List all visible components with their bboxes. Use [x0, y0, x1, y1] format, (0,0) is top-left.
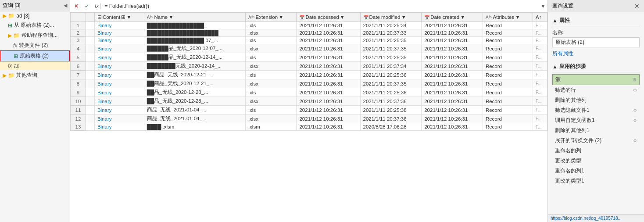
row-content: Binary	[94, 97, 144, 106]
col-date-modified[interactable]: 📅 Date modified ▼	[360, 13, 422, 22]
triangle-icon: ▲	[552, 18, 558, 24]
formula-dropdown[interactable]: ▼	[540, 3, 546, 9]
row-extension: .xlsx	[245, 29, 297, 37]
table-icon: ⊞	[14, 53, 18, 59]
gear-icon[interactable]: ⚙	[633, 108, 637, 113]
table-row: 11 Binary 商品_无线_2021-01-04_... .xls 2021…	[71, 106, 547, 115]
row-attributes: Record	[483, 88, 533, 97]
step-item[interactable]: 更改的类型1	[552, 176, 640, 186]
step-item[interactable]: 筛选隐藏文件1 ⚙	[552, 105, 640, 115]
row-extra: F...	[533, 62, 547, 71]
row-date-created: 2021/1/12 10:26:31	[422, 106, 483, 115]
col-date-created[interactable]: 📅 Date created ▼	[422, 13, 483, 22]
step-item[interactable]: 展开的"转换文件 (2)" ⚙	[552, 136, 640, 146]
row-icon	[86, 88, 94, 97]
row-number: 2	[71, 29, 86, 37]
row-date-modified: 2021/1/11 20:37:36	[360, 97, 422, 106]
row-date-modified: 2021/1/11 20:25:35	[360, 53, 422, 62]
name-value[interactable]: 原始表格 (2)	[552, 37, 640, 47]
properties-header: ▲ 属性	[552, 15, 640, 26]
col-extension[interactable]: Aᴮᶜ Extension ▼	[245, 13, 297, 22]
right-panel-title: 查询设置	[552, 2, 573, 10]
tree-item-ad[interactable]: fx ad	[0, 61, 70, 70]
row-date-created: 2021/1/12 10:26:31	[422, 44, 483, 53]
step-item[interactable]: 源 ⚙	[552, 74, 640, 85]
tree-label: 转换文件 (2)	[19, 42, 48, 49]
gear-icon[interactable]: ⚙	[633, 77, 637, 82]
row-date-modified: 2020/8/28 17:06:28	[360, 123, 422, 131]
row-extra: F...	[533, 123, 547, 131]
tree-item-other[interactable]: ▶ 📁 其他查询	[0, 70, 70, 80]
col-more[interactable]: A↑	[533, 13, 547, 22]
row-date-created: 2021/1/12 10:26:31	[422, 71, 483, 79]
formula-input[interactable]	[104, 3, 539, 9]
row-content: Binary	[94, 79, 144, 88]
row-date-modified: 2021/1/11 20:25:36	[360, 88, 422, 97]
row-name: ██商品_无线_2020-12-21_...	[144, 71, 245, 79]
all-properties-link[interactable]: 所有属性	[552, 49, 640, 58]
gear-icon[interactable]: ⚙	[633, 138, 637, 143]
tree-item-ad3[interactable]: ▶ 📁 ad [3]	[0, 11, 70, 20]
step-item[interactable]: 重命名的列1	[552, 166, 640, 176]
step-label: 删除的其他列1	[555, 127, 590, 134]
tree-item-helper[interactable]: ▶ 📁 帮助程序查询...	[0, 30, 70, 40]
row-extension: .xls	[245, 53, 297, 62]
step-item[interactable]: 重命名的列	[552, 146, 640, 156]
row-extra: F...	[533, 115, 547, 123]
tree-label: 从 原始表格 (2)...	[14, 21, 54, 29]
query-panel: 查询 [3] ◀ ▶ 📁 ad [3] ⊞ 从 原始表格 (2)... ▶ 📁 …	[0, 0, 70, 222]
triangle-icon2: ▲	[552, 64, 558, 70]
row-extension: .xlsx	[245, 44, 297, 53]
table-row: 10 Binary ██品_无线_2020-12-28_... .xlsx 20…	[71, 97, 547, 106]
row-extra: F...	[533, 44, 547, 53]
row-attributes: Record	[483, 29, 533, 37]
col-name[interactable]: Aᴮᶜ Name ▼	[144, 13, 245, 22]
properties-section: ▲ 属性 名称 原始表格 (2) 所有属性	[548, 12, 644, 61]
row-extension: .xls	[245, 88, 297, 97]
table-row: 5 Binary ██████品_无线_2020-12-14_... .xls …	[71, 53, 547, 62]
row-attributes: Record	[483, 37, 533, 44]
step-item[interactable]: 删除的其他列1	[552, 125, 640, 136]
row-name: 商品_无线_2021-01-04_...	[144, 106, 245, 115]
row-number: 11	[71, 106, 86, 115]
row-icon	[86, 53, 94, 62]
tree-label: 其他查询	[16, 72, 37, 79]
folder-icon: ▶ 📁	[8, 32, 20, 39]
tree-item-raw-table[interactable]: ⊞ 从 原始表格 (2)...	[0, 20, 70, 30]
row-name: ████ .xlsm	[144, 123, 245, 131]
row-number: 1	[71, 22, 86, 29]
fx-indicator: fx	[93, 3, 101, 9]
col-date-accessed[interactable]: 📅 Date accessed ▼	[297, 13, 360, 22]
step-label: 重命名的列	[555, 147, 581, 154]
row-date-accessed: 2021/1/12 10:26:31	[297, 22, 360, 29]
data-table: ⊟ Content ⊞ ▼ Aᴮᶜ Name ▼	[70, 12, 547, 131]
confirm-button[interactable]: ✓	[82, 2, 91, 11]
step-item[interactable]: 删除的其他列	[552, 95, 640, 105]
row-date-created: 2021/1/12 10:26:31	[422, 79, 483, 88]
gear-icon[interactable]: ⚙	[633, 88, 637, 93]
row-name: ██████品_无线_2020-12-07_...	[144, 44, 245, 53]
step-item[interactable]: 调用自定义函数1 ⚙	[552, 115, 640, 125]
row-extra: F...	[533, 97, 547, 106]
folder-icon: ▶ 📁	[3, 72, 14, 79]
tree-item-convert-fx[interactable]: fx 转换文件 (2)	[0, 40, 70, 50]
tree-item-raw-table2[interactable]: ⊞ 原始表格 (2)	[0, 50, 70, 61]
row-content: Binary	[94, 53, 144, 62]
folder-icon: ▶ 📁	[3, 13, 14, 19]
cancel-button[interactable]: ✕	[72, 2, 81, 11]
step-item[interactable]: 更改的类型	[552, 156, 640, 166]
step-label: 筛选的行	[555, 86, 576, 94]
col-attributes[interactable]: Aᴮᶜ Attributes ▼	[483, 13, 533, 22]
step-item[interactable]: 筛选的行 ⚙	[552, 85, 640, 95]
row-number: 3	[71, 37, 86, 44]
close-button[interactable]: ✕	[634, 3, 640, 10]
row-content: Binary	[94, 115, 144, 123]
fx-icon: fx	[13, 43, 17, 49]
row-number: 13	[71, 123, 86, 131]
gear-icon[interactable]: ⚙	[633, 118, 637, 123]
col-content[interactable]: ⊟ Content ⊞ ▼	[94, 13, 144, 22]
row-extra: F...	[533, 88, 547, 97]
row-icon	[86, 97, 94, 106]
collapse-button[interactable]: ◀	[64, 3, 67, 8]
row-extension: .xlsx	[245, 97, 297, 106]
